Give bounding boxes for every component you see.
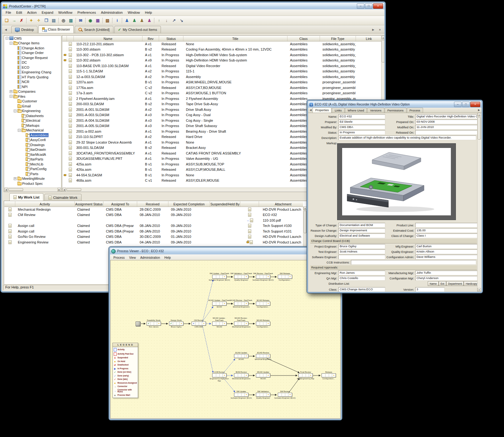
close-button[interactable]: × bbox=[470, 102, 480, 107]
column-header-assignment-status[interactable]: Assignment Status bbox=[75, 201, 103, 207]
column-header-assigned-to[interactable]: Assigned To bbox=[103, 201, 137, 207]
tree-item-change-order[interactable]: Change Order bbox=[4, 51, 61, 56]
distribution-column-name[interactable]: Name bbox=[428, 281, 439, 286]
web-icon[interactable]: ◉ bbox=[87, 17, 94, 24]
mail-icon[interactable]: ✉ bbox=[77, 17, 84, 24]
copy-icon[interactable]: ❐ bbox=[42, 17, 50, 24]
key-icon[interactable]: ✧ bbox=[35, 17, 42, 24]
tree-item-meetingminute[interactable]: +MeetingMinute bbox=[4, 176, 61, 181]
dialog-tab-properties[interactable]: Properties bbox=[312, 107, 332, 113]
engineering-mgr-field[interactable]: Ron James bbox=[338, 271, 385, 275]
ccb-instructions-field[interactable] bbox=[351, 260, 476, 265]
tree-item-files[interactable]: −Files bbox=[4, 94, 61, 99]
tree-item-assyconfi[interactable]: AssyConfi bbox=[4, 138, 61, 143]
menu-preferences[interactable]: Preferences bbox=[75, 10, 98, 15]
tree-item-change-action[interactable]: Change Action bbox=[4, 46, 61, 51]
column-header-expected-completion[interactable]: Expected Completion bbox=[168, 201, 210, 207]
scroll-left-icon[interactable]: ◀ bbox=[4, 188, 8, 191]
dialog-tab-permissions[interactable]: Permissions bbox=[385, 108, 407, 113]
minus-expander-icon[interactable]: − bbox=[6, 37, 8, 40]
modified-by-field[interactable]: CMS DBA bbox=[338, 125, 385, 130]
workflow-node-ecad-review[interactable]: ECAD Review●Electrical Engineers bbox=[252, 349, 274, 361]
tab-desktop[interactable]: Desktop bbox=[11, 26, 37, 33]
quality-engineer-field[interactable]: Kristin Allison bbox=[415, 249, 478, 254]
worklist-row[interactable]: Go/No Go ReviewClaimedCMS DBA30-DEC-2009… bbox=[4, 234, 303, 240]
status-field[interactable]: In Progress bbox=[338, 130, 385, 135]
title-field[interactable]: Digital Video Recorder High-Definition V… bbox=[415, 114, 478, 119]
tree-item-cms[interactable]: −CMS bbox=[4, 36, 61, 41]
design-authority-field[interactable]: Electrical and Software bbox=[338, 233, 385, 238]
minus-expander-icon[interactable]: − bbox=[14, 110, 17, 112]
keys-icon[interactable]: ✦ bbox=[27, 17, 35, 24]
menu-administration[interactable]: Administration bbox=[98, 10, 125, 15]
workflow-node-mcad-review-fasttrack[interactable]: MCAD Review - FastTrack●Mechanical Engin… bbox=[230, 317, 252, 328]
scrollbar-thumb[interactable] bbox=[304, 211, 307, 233]
column-header-suspended-held-by[interactable]: Suspended/Held By bbox=[210, 201, 240, 207]
tree-item-ncr[interactable]: NCR bbox=[4, 80, 61, 85]
scrollbar-track[interactable] bbox=[477, 116, 481, 288]
clipboard-icon[interactable]: ▧ bbox=[104, 17, 111, 24]
column-header-title[interactable]: Title bbox=[183, 36, 287, 41]
minimize-button[interactable]: – bbox=[357, 3, 364, 9]
tree-item-change-items[interactable]: −Change Items bbox=[4, 41, 61, 46]
scroll-left-icon[interactable]: ◀ bbox=[62, 188, 66, 191]
route-forward-icon[interactable]: ↗ bbox=[170, 17, 178, 24]
scroll-up-icon[interactable]: ▲ bbox=[303, 207, 307, 210]
tab-close-icon[interactable]: × bbox=[379, 28, 381, 32]
properties-icon[interactable]: ▤ bbox=[50, 17, 57, 24]
tree-item-drawings[interactable]: Drawings bbox=[4, 142, 61, 147]
table-row[interactable]: 110-BASE DVR.110-100.SLDASMA v1ReleasedD… bbox=[62, 63, 381, 69]
table-row[interactable]: 12-a-003.SLDASMA v2In ProgressAssemblyAs… bbox=[62, 74, 381, 80]
report-icon[interactable]: ▥ bbox=[67, 17, 75, 24]
scrollbar-thumb[interactable] bbox=[382, 40, 385, 62]
maximize-button[interactable]: □ bbox=[462, 102, 470, 107]
workflow-node-sw-update-fasttrack[interactable]: SW Update - FastTrack●Software Engineer … bbox=[208, 270, 230, 281]
tab-class-browser[interactable]: Class Browser bbox=[38, 25, 74, 33]
pv-menu-view[interactable]: View bbox=[127, 256, 138, 260]
workflow-node-sw-validation[interactable]: SW Validation●Quality Engineer bbox=[252, 388, 274, 399]
preparer-field[interactable]: Ed Steele bbox=[338, 120, 385, 124]
table-row[interactable]: 1776a.asmC v2ReleasedASSY,CKT,BD,MOUSEAs… bbox=[62, 85, 381, 91]
project-engineer-field[interactable]: Bruce Ogilvy bbox=[338, 244, 385, 249]
tree-item-mechlib[interactable]: MechLib bbox=[4, 162, 61, 167]
worklist-row[interactable]: Assign callClaimedCMS DBA (Prepar08-JAN-… bbox=[4, 223, 303, 229]
add-user-icon[interactable]: ♟ bbox=[131, 17, 138, 24]
worklist-row[interactable]: Mechanical RedesignClaimedCMS DBA28-DEC-… bbox=[4, 207, 303, 212]
type-of-change-field[interactable]: Documentation and BOM bbox=[338, 223, 385, 228]
menu-action[interactable]: Action bbox=[25, 10, 39, 15]
sort-ascending-icon[interactable]: ↑ bbox=[155, 17, 163, 24]
tree-item-electrical[interactable]: Electrical bbox=[4, 118, 61, 123]
column-header-name[interactable]: Name bbox=[74, 36, 142, 41]
pv-menu-administration[interactable]: Administration bbox=[138, 256, 162, 260]
qa-mgr-field[interactable]: Chris Costello bbox=[338, 276, 385, 281]
plus-expander-icon[interactable]: + bbox=[14, 177, 17, 180]
info-icon[interactable]: i bbox=[113, 17, 121, 24]
prepared-on-field[interactable]: 03-NOV-2008 bbox=[415, 120, 478, 124]
image-icon[interactable]: ▦ bbox=[94, 17, 102, 24]
test-engineer-field[interactable]: Scott Holmes bbox=[338, 249, 385, 254]
minus-expander-icon[interactable]: − bbox=[10, 95, 12, 98]
workflow-node-sw-update[interactable]: SW Update●Software Engineer (ECO) bbox=[230, 388, 252, 399]
name-field[interactable]: ECO #32 bbox=[338, 114, 385, 119]
tree-item-companies[interactable]: +Companies bbox=[4, 89, 61, 94]
tab-search-untitled[interactable]: Search [Untitled] bbox=[75, 26, 113, 33]
minus-expander-icon[interactable]: − bbox=[18, 129, 21, 132]
tree-item-assemblies[interactable]: Assemblies bbox=[4, 133, 61, 138]
find-icon[interactable]: ◎ bbox=[60, 17, 67, 24]
software-engineer-field[interactable] bbox=[338, 255, 385, 259]
scroll-down-icon[interactable]: ▼ bbox=[477, 288, 481, 292]
tree-item-itarmcada[interactable]: ItarMcadA bbox=[4, 152, 61, 157]
delete-icon[interactable]: ✗ bbox=[18, 17, 25, 24]
workflow-node-sw-release[interactable]: SW Release●Configuration... bbox=[274, 270, 296, 281]
menu-window[interactable]: Window bbox=[125, 10, 142, 15]
tab-claimable-work[interactable]: Claimable Work bbox=[44, 194, 81, 201]
distribution-column-hardcopy[interactable]: Hardcopy bbox=[464, 281, 479, 286]
pv-menu-help[interactable]: Help bbox=[162, 256, 173, 260]
dialog-tab-versions[interactable]: Versions bbox=[367, 108, 384, 113]
user-group-icon[interactable]: ♟ bbox=[138, 17, 146, 24]
menu-file[interactable]: File bbox=[3, 10, 14, 15]
tab-my-work-list[interactable]: My Work List bbox=[9, 193, 43, 201]
workflow-node-sw-review-fasttrack[interactable]: SW Review - FastTrack●Software Engineer … bbox=[252, 270, 274, 281]
close-button[interactable]: × bbox=[373, 3, 383, 9]
menu-workflow[interactable]: Workflow bbox=[56, 10, 75, 15]
